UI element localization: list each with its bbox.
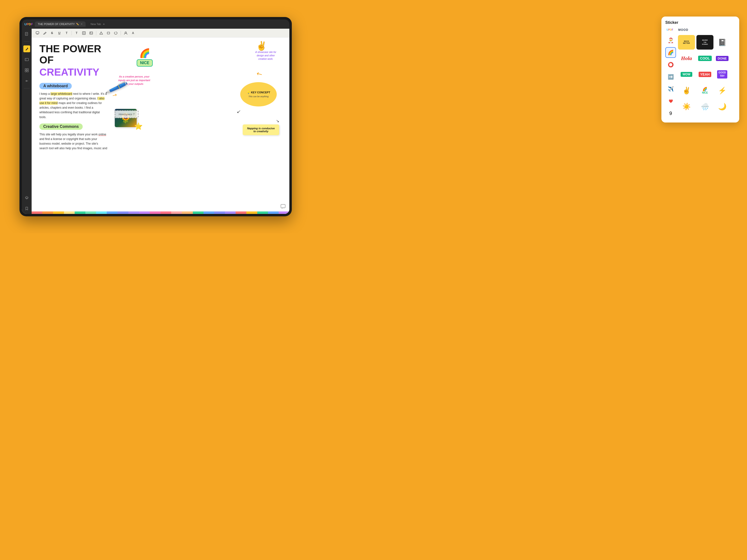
inactive-tab[interactable]: New Tab + <box>87 21 108 27</box>
arrow-icon: ↖ <box>255 69 264 79</box>
title-bar: UPDF THE POWER OF CREATIVITY ✏️ ✕ New Ta… <box>22 20 289 29</box>
highlight-large: large whiteboard <box>51 92 72 96</box>
color-seg-17 <box>204 211 214 214</box>
left-sidebar <box>22 29 32 214</box>
tab-close-icon[interactable]: ✕ <box>81 23 83 25</box>
color-seg-7 <box>96 211 107 214</box>
doc-area: S U T T <box>32 29 289 214</box>
toolbar-text-color[interactable]: A <box>130 30 136 36</box>
toolbar: S U T T <box>32 29 289 37</box>
tablet-frame: UPDF THE POWER OF CREATIVITY ✏️ ✕ New Ta… <box>20 17 292 216</box>
svg-point-16 <box>90 32 91 33</box>
color-seg-22 <box>257 211 268 214</box>
doc-columns: THE POWER OF CREATIVITY A whiteboard I k… <box>40 43 282 155</box>
color-seg-19 <box>225 211 236 214</box>
svg-rect-9 <box>25 71 26 72</box>
svg-rect-5 <box>25 58 28 61</box>
toolbar-text[interactable]: T <box>64 30 70 36</box>
sidebar-icon-annotate[interactable] <box>23 46 30 52</box>
color-seg-14 <box>171 211 182 214</box>
rainbow-emoji: 🌈 <box>137 48 153 58</box>
sidebar-icon-organize[interactable] <box>23 67 30 74</box>
color-seg-20 <box>236 211 246 214</box>
toolbar-user[interactable] <box>123 30 129 36</box>
svg-rect-10 <box>27 71 28 72</box>
color-seg-21 <box>246 211 257 214</box>
doc-title-line2: CREATIVITY <box>40 66 107 78</box>
rainbow-sticker-area: 🌈 NICE <box>137 48 153 66</box>
showcase-text: A showcase site for design and other cre… <box>252 51 279 61</box>
key-concept-title: 💡 KEY CONCEPT <box>247 91 270 94</box>
toolbar-shape-triangle[interactable] <box>98 30 104 36</box>
highlight-also: I also use it for mind <box>40 97 105 105</box>
doc-right-col: 🌈 NICE ✌️ A showcase site for design and… <box>112 43 282 155</box>
doc-left-col: THE POWER OF CREATIVITY A whiteboard I k… <box>40 43 107 155</box>
doc-content: THE POWER OF CREATIVITY A whiteboard I k… <box>32 37 289 214</box>
color-seg-8 <box>107 211 118 214</box>
toolbar-textbox[interactable]: T <box>74 30 79 36</box>
color-seg-4 <box>64 211 75 214</box>
color-seg-18 <box>214 211 225 214</box>
sidebar-icon-edit[interactable] <box>23 56 30 63</box>
main-area: S U T T <box>22 29 289 214</box>
color-bar <box>32 211 289 214</box>
doodle-arrow2: ↘ <box>276 118 279 123</box>
color-seg-23 <box>268 211 279 214</box>
updf-logo: UPDF <box>24 22 33 26</box>
svg-rect-7 <box>25 69 26 70</box>
toolbar-pencil[interactable] <box>42 30 48 36</box>
active-tab-label: THE POWER OF CREATIVITY <box>38 23 75 26</box>
color-seg-9 <box>118 211 128 214</box>
nice-badge: NICE <box>137 59 153 66</box>
star-icon: ⭐ <box>134 122 143 130</box>
napping-note: Napping is conducive to creativity <box>243 125 279 135</box>
svg-rect-8 <box>27 69 28 70</box>
color-seg-10 <box>128 211 139 214</box>
underline-online: online <box>99 133 106 136</box>
color-seg-6 <box>85 211 96 214</box>
color-seg-11 <box>139 211 150 214</box>
svg-rect-11 <box>36 32 39 34</box>
color-seg-13 <box>160 211 171 214</box>
color-seg-24 <box>279 211 289 214</box>
sidebar-icon-pages[interactable] <box>23 31 30 37</box>
sidebar-icon-bookmark[interactable] <box>23 205 30 212</box>
toolbar-comment[interactable] <box>34 30 41 36</box>
active-tab[interactable]: THE POWER OF CREATIVITY ✏️ ✕ <box>35 21 85 27</box>
chat-icon[interactable] <box>281 204 285 210</box>
tablet-inner: UPDF THE POWER OF CREATIVITY ✏️ ✕ New Ta… <box>22 20 289 214</box>
edit-icon: ✏️ <box>76 23 79 25</box>
section1-header: A whiteboard <box>40 83 72 89</box>
key-concept-sub: This can be anything <box>248 95 268 98</box>
toolbar-image[interactable] <box>88 30 94 36</box>
tab-add-icon[interactable]: + <box>103 22 105 26</box>
color-seg-16 <box>193 211 204 214</box>
section2-header: Creative Commons <box>40 124 83 130</box>
color-seg-15 <box>182 211 192 214</box>
svg-rect-19 <box>281 205 285 208</box>
color-seg-2 <box>42 211 53 214</box>
color-seg-3 <box>53 211 64 214</box>
color-seg-1 <box>32 211 42 214</box>
toolbar-shape-rect[interactable] <box>106 30 111 36</box>
color-seg-12 <box>150 211 160 214</box>
color-seg-5 <box>75 211 85 214</box>
sidebar-icon-layers[interactable] <box>23 194 30 201</box>
key-concept-bubble: 💡 KEY CONCEPT This can be anything <box>240 82 277 106</box>
headspace-label: Headspace ? <box>119 113 134 116</box>
section1-text: I keep a large whiteboard next to where … <box>40 91 107 119</box>
toolbar-underline[interactable]: U <box>56 30 62 36</box>
inactive-tab-label: New Tab <box>91 23 101 26</box>
doc-title-line1: THE POWER OF <box>40 43 107 65</box>
peace-emoji: ✌️ <box>256 41 267 51</box>
toolbar-lasso[interactable] <box>113 30 119 36</box>
doodle-arrow1: ↙ <box>237 109 240 114</box>
svg-rect-17 <box>107 32 110 34</box>
svg-point-18 <box>125 32 126 33</box>
sidebar-icon-convert[interactable] <box>23 78 30 84</box>
headspace-box: Headspace ? <box>115 110 138 118</box>
toolbar-table[interactable] <box>81 30 87 36</box>
section2-text: This site will help you legally share yo… <box>40 132 107 151</box>
toolbar-strikethrough[interactable]: S <box>49 30 55 36</box>
